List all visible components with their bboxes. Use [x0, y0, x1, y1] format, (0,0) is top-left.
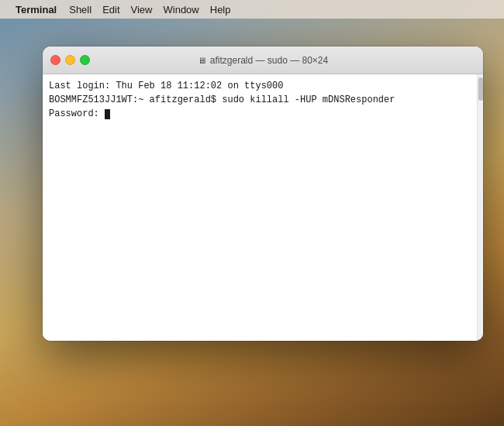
menu-view[interactable]: View	[131, 4, 153, 15]
desktop: Terminal Shell Edit View Window Help 🖥 a…	[0, 0, 504, 426]
menu-window[interactable]: Window	[164, 4, 199, 15]
minimize-button[interactable]	[65, 55, 75, 65]
menu-help[interactable]: Help	[210, 4, 231, 15]
maximize-button[interactable]	[80, 55, 90, 65]
scrollbar[interactable]	[477, 74, 483, 341]
terminal-output[interactable]: Last login: Thu Feb 18 11:12:02 on ttys0…	[43, 74, 477, 341]
title-text: afitzgerald — sudo — 80×24	[210, 55, 328, 66]
cursor	[105, 109, 110, 119]
terminal-body-wrapper: Last login: Thu Feb 18 11:12:02 on ttys0…	[43, 74, 483, 341]
window-title: 🖥 afitzgerald — sudo — 80×24	[198, 55, 328, 66]
scrollbar-thumb[interactable]	[478, 77, 483, 101]
terminal-icon: 🖥	[198, 56, 206, 65]
line-1: Last login: Thu Feb 18 11:12:02 on ttys0…	[49, 81, 283, 91]
menubar: Terminal Shell Edit View Window Help	[0, 0, 504, 19]
close-button[interactable]	[50, 55, 60, 65]
traffic-lights	[50, 55, 90, 65]
app-name[interactable]: Terminal	[16, 4, 57, 15]
terminal-window: 🖥 afitzgerald — sudo — 80×24 Last login:…	[43, 46, 483, 341]
line-2: BOSMMFZ513JJ1WT:~ afitzgerald$ sudo kill…	[49, 94, 395, 105]
menu-edit[interactable]: Edit	[102, 4, 119, 15]
line-3: Password:	[49, 108, 110, 119]
terminal-titlebar: 🖥 afitzgerald — sudo — 80×24	[43, 46, 483, 74]
menu-shell[interactable]: Shell	[69, 4, 91, 15]
